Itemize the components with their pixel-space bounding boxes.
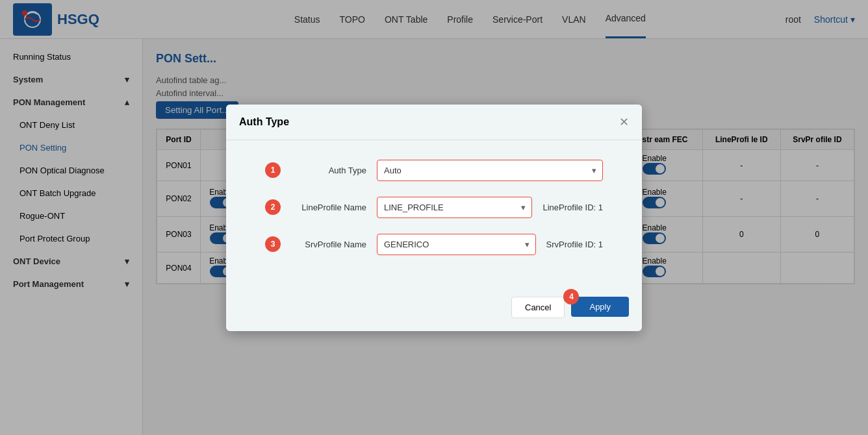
srv-profile-select-wrap: GENERICO ▾ <box>377 234 536 255</box>
cancel-button[interactable]: Cancel <box>511 297 565 318</box>
auth-type-select-wrap: Auto Manual Password ▾ <box>377 160 603 181</box>
line-profile-label: LineProfile Name <box>286 203 377 212</box>
srv-profile-id: SrvProfile ID: 1 <box>546 240 603 249</box>
form-row-line-profile: 2 LineProfile Name LINE_PROFILE ▾ LinePr… <box>265 197 603 218</box>
line-profile-select[interactable]: LINE_PROFILE <box>377 197 532 218</box>
step-badge-4: 4 <box>563 289 579 304</box>
modal-header: Auth Type ✕ <box>226 105 642 140</box>
modal-footer: Cancel 4 Apply <box>226 290 642 331</box>
close-button[interactable]: ✕ <box>619 115 629 129</box>
auth-type-modal: Auth Type ✕ 1 Auth Type Auto Manual Pass… <box>226 105 642 331</box>
form-row-srv-profile: 3 SrvProfile Name GENERICO ▾ SrvProfile … <box>265 234 603 255</box>
srv-profile-select[interactable]: GENERICO <box>377 234 536 255</box>
modal-body: 1 Auth Type Auto Manual Password ▾ 2 Lin… <box>226 140 642 290</box>
step-badge-2: 2 <box>265 199 281 215</box>
auth-type-label: Auth Type <box>286 166 377 175</box>
modal-title: Auth Type <box>239 116 289 128</box>
form-row-auth-type: 1 Auth Type Auto Manual Password ▾ <box>265 160 603 181</box>
line-profile-id: LineProfile ID: 1 <box>542 203 603 212</box>
auth-type-select[interactable]: Auto Manual Password <box>377 160 603 181</box>
step-badge-1: 1 <box>265 162 281 178</box>
line-profile-select-wrap: LINE_PROFILE ▾ <box>377 197 532 218</box>
modal-overlay: Auth Type ✕ 1 Auth Type Auto Manual Pass… <box>0 0 868 435</box>
srv-profile-label: SrvProfile Name <box>286 240 377 249</box>
apply-button[interactable]: Apply <box>571 297 629 317</box>
step-badge-3: 3 <box>265 236 281 252</box>
